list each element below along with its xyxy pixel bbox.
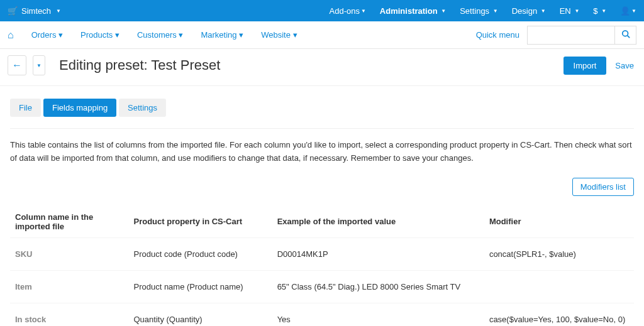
menu-bar: ⌂ Orders ▾ Products ▾ Customers ▾ Market… (0, 21, 644, 49)
brand-link[interactable]: 🛒 Simtech ▼ (8, 6, 61, 16)
cell-example: Yes (272, 303, 484, 326)
brand-area: 🛒 Simtech ▼ (8, 6, 61, 16)
svg-point-0 (622, 31, 628, 36)
chevron-down-icon: ▼ (541, 8, 546, 14)
menu-website[interactable]: Website ▾ (261, 30, 297, 40)
top-nav-settings[interactable]: Settings ▼ (460, 6, 498, 16)
top-nav-administration[interactable]: Administration ▼ (380, 6, 446, 16)
menu-products[interactable]: Products ▾ (80, 30, 119, 40)
svg-line-1 (627, 36, 630, 38)
search-icon (621, 30, 630, 40)
search-button[interactable] (615, 26, 636, 45)
cell-column-name: In stock (10, 303, 128, 326)
chevron-down-icon: ▼ (601, 8, 606, 14)
top-nav-language[interactable]: EN ▼ (560, 6, 580, 16)
th-product-property: Product property in CS-Cart (128, 206, 272, 238)
modifiers-list-button[interactable]: Modifiers list (572, 178, 634, 196)
search-input[interactable] (527, 26, 615, 45)
title-actions: Import Save (564, 57, 636, 75)
page-title: Editing preset: Test Preset (59, 57, 220, 73)
import-button[interactable]: Import (564, 57, 607, 75)
modifiers-list-wrap: Modifiers list (10, 178, 634, 196)
table-header-row: Column name in the imported file Product… (10, 206, 634, 238)
search-group (527, 26, 636, 45)
th-modifier: Modifier (484, 206, 634, 238)
arrow-left-icon: ← (12, 60, 22, 71)
home-icon[interactable]: ⌂ (8, 30, 14, 41)
chevron-down-icon: ▾ (239, 30, 243, 40)
menu-right: Quick menu (476, 26, 636, 45)
th-example: Example of the imported value (272, 206, 484, 238)
tabs: File Fields mapping Settings (10, 99, 634, 117)
cell-product-property[interactable]: Quantity (Quantity) (128, 303, 272, 326)
top-nav-addons[interactable]: Add-ons▼ (330, 6, 366, 16)
top-nav-user[interactable]: 👤▼ (620, 6, 636, 16)
tab-settings[interactable]: Settings (119, 99, 166, 117)
cell-modifier[interactable]: concat(SPLR1-, $value) (484, 237, 634, 270)
menu-marketing[interactable]: Marketing ▾ (201, 30, 243, 40)
menu-orders[interactable]: Orders ▾ (31, 30, 63, 40)
title-bar: ← ▼ Editing preset: Test Preset Import S… (0, 49, 644, 86)
cell-modifier[interactable]: case($value=Yes, 100, $value=No, 0) (484, 303, 634, 326)
chevron-down-icon: ▾ (179, 30, 183, 40)
chevron-down-icon: ▾ (115, 30, 119, 40)
cell-column-name: Item (10, 270, 128, 303)
menu-left: ⌂ Orders ▾ Products ▾ Customers ▾ Market… (8, 30, 297, 41)
chevron-down-icon: ▼ (574, 8, 579, 14)
user-icon: 👤 (620, 6, 630, 16)
tab-fields-mapping[interactable]: Fields mapping (43, 99, 116, 117)
cell-product-property[interactable]: Product name (Product name) (128, 270, 272, 303)
title-dropdown-button[interactable]: ▼ (33, 55, 45, 75)
cell-modifier[interactable] (484, 270, 634, 303)
chevron-down-icon: ▼ (493, 8, 498, 14)
description-text: This table contains the list of columns … (10, 139, 634, 165)
table-row: In stock Quantity (Quantity) Yes case($v… (10, 303, 634, 326)
top-nav: Add-ons▼ Administration ▼ Settings ▼ Des… (330, 6, 636, 16)
top-bar: 🛒 Simtech ▼ Add-ons▼ Administration ▼ Se… (0, 0, 644, 21)
chevron-down-icon: ▼ (36, 63, 42, 68)
divider (10, 128, 634, 129)
quick-menu-link[interactable]: Quick menu (476, 30, 519, 40)
table-row: Item Product name (Product name) 65" Cla… (10, 270, 634, 303)
chevron-down-icon: ▼ (361, 8, 366, 14)
content-area: File Fields mapping Settings This table … (0, 86, 644, 326)
cell-example: 65" Class (64.5" Diag.) LED 8000 Series … (272, 270, 484, 303)
brand-label: Simtech (21, 6, 51, 16)
save-button[interactable]: Save (613, 57, 636, 75)
back-button[interactable]: ← (8, 55, 26, 75)
cell-product-property[interactable]: Product code (Product code) (128, 237, 272, 270)
cell-column-name: SKU (10, 237, 128, 270)
cell-example: D00014MK1P (272, 237, 484, 270)
top-nav-design[interactable]: Design ▼ (512, 6, 546, 16)
chevron-down-icon: ▼ (631, 8, 636, 14)
chevron-down-icon: ▾ (58, 30, 63, 40)
th-column-name: Column name in the imported file (10, 206, 128, 238)
menu-customers[interactable]: Customers ▾ (137, 30, 183, 40)
top-nav-currency[interactable]: $ ▼ (593, 6, 606, 16)
chevron-down-icon: ▼ (56, 8, 61, 14)
fields-table: Column name in the imported file Product… (10, 206, 634, 326)
table-row: SKU Product code (Product code) D00014MK… (10, 237, 634, 270)
chevron-down-icon: ▾ (293, 30, 297, 40)
cart-icon: 🛒 (8, 6, 18, 16)
tab-file[interactable]: File (10, 99, 41, 117)
title-left: ← ▼ Editing preset: Test Preset (8, 55, 220, 75)
chevron-down-icon: ▼ (441, 8, 446, 14)
